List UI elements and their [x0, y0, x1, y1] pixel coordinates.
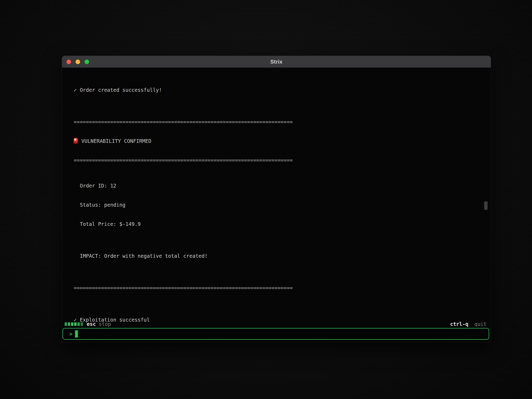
status-bar: esc stop ctrl-q quit: [65, 321, 487, 327]
siren-icon: [74, 138, 78, 144]
status-left: esc stop: [65, 321, 111, 327]
stop-hint-label: stop: [99, 321, 111, 327]
order-id-line: Order ID: 12: [62, 182, 491, 189]
scrollbar-thumb[interactable]: [484, 201, 488, 210]
window-title: Strix: [62, 59, 491, 65]
command-input[interactable]: >: [63, 328, 489, 340]
terminal-output: ✓ Order created successfully! ==========…: [62, 68, 491, 327]
quit-hint-label: quit: [474, 321, 487, 327]
terminal-window: Strix ✓ Order created successfully! ====…: [62, 56, 491, 342]
separator-line: ========================================…: [62, 119, 491, 125]
order-success-message: ✓ Order created successfully!: [62, 87, 491, 93]
order-status-line: Status: pending: [62, 202, 491, 208]
activity-spinner-icon: [65, 322, 83, 326]
vulnerability-confirmed-banner: VULNERABILITY CONFIRMED: [62, 138, 491, 144]
esc-key-hint: esc: [87, 321, 96, 327]
separator-line: ========================================…: [62, 285, 491, 291]
order-total-line: Total Price: $-149.9: [62, 221, 491, 227]
separator-line: ========================================…: [62, 157, 491, 163]
vulnerability-confirmed-label: VULNERABILITY CONFIRMED: [81, 138, 151, 144]
text-cursor: [75, 330, 78, 338]
status-right: ctrl-q quit: [450, 321, 487, 327]
prompt-chevron: >: [69, 331, 72, 337]
window-titlebar: Strix: [62, 56, 491, 68]
impact-line: IMPACT: Order with negative total create…: [62, 253, 491, 259]
ctrl-q-key-hint: ctrl-q: [450, 321, 468, 327]
